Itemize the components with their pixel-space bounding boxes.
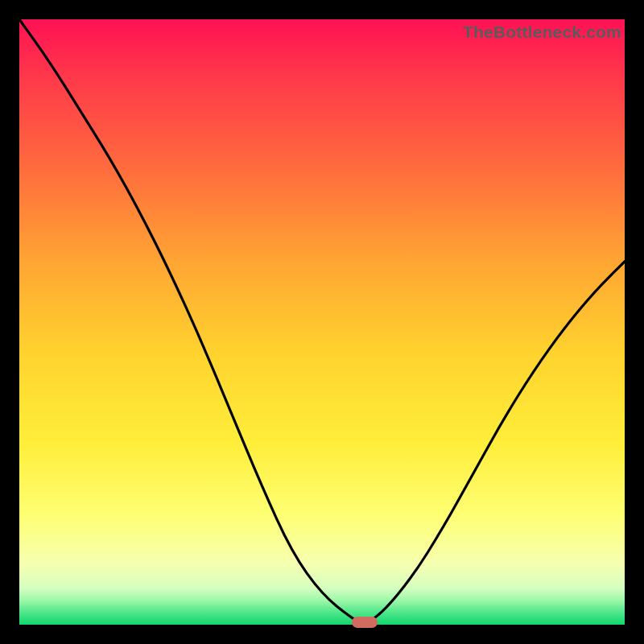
minimum-marker [352,617,378,628]
plot-area [19,19,625,625]
bottleneck-curve [19,19,625,625]
chart-frame: TheBottleneck.com [0,0,644,644]
watermark-text: TheBottleneck.com [463,23,621,42]
